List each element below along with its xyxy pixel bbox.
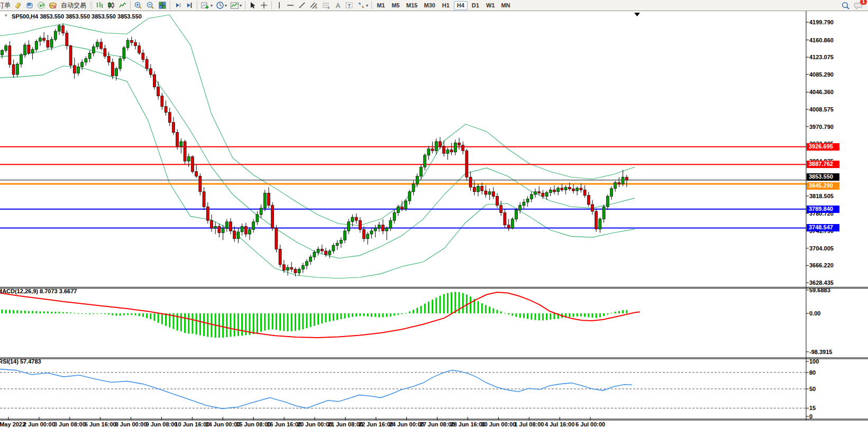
time-axis-label: 22 Jun 16:00 bbox=[359, 421, 394, 427]
price-axis-label: 4199.790 bbox=[809, 19, 834, 25]
price-axis-label: 3818.505 bbox=[809, 193, 834, 199]
price-axis-label: 3666.220 bbox=[809, 262, 834, 268]
price-axis-label: 3970.790 bbox=[809, 124, 834, 130]
macd-axis-label: -98.3915 bbox=[809, 349, 832, 355]
time-axis-label: 6 Jul 00:00 bbox=[575, 421, 605, 427]
time-axis-label: 3 Jun 08:00 bbox=[54, 421, 86, 427]
macd-axis-label: 59.6883 bbox=[809, 287, 830, 293]
price-level-badge[interactable]: 3887.762 bbox=[807, 161, 839, 168]
price-axis-label: 4085.290 bbox=[809, 71, 834, 78]
time-axis-label: 20 Jun 00:00 bbox=[297, 421, 332, 427]
price-level-badge[interactable]: 3926.695 bbox=[807, 143, 839, 151]
price-level-badge[interactable]: 3789.840 bbox=[807, 206, 839, 213]
time-axis-label: 4 Jul 16:00 bbox=[545, 421, 574, 427]
price-axis-label: 4160.860 bbox=[809, 37, 834, 43]
time-axis-label: 21 Jun 08:00 bbox=[328, 421, 363, 427]
price-level-badge[interactable]: 3845.290 bbox=[807, 182, 839, 190]
price-level-badge[interactable]: 3748.547 bbox=[807, 224, 839, 231]
rsi-indicator-label: RSI(14) 57.4783 bbox=[0, 358, 41, 365]
macd-indicator-label: MACD(12,26,9) 8.7073 3.6677 bbox=[0, 288, 77, 294]
macd-axis-label: 0.00 bbox=[809, 310, 820, 317]
time-axis-label: 28 Jun 16:00 bbox=[450, 421, 485, 427]
time-axis-label: 2 Jun 00:00 bbox=[23, 421, 55, 427]
time-axis-label: 9 Jun 08:00 bbox=[146, 421, 178, 427]
price-level-badge[interactable]: 3853.550 bbox=[807, 173, 839, 181]
time-axis-label: 1 Jul 08:00 bbox=[514, 421, 544, 427]
time-axis-label: 14 Jun 00:00 bbox=[205, 421, 240, 427]
time-axis-label: 15 Jun 08:00 bbox=[236, 421, 271, 427]
rsi-axis-label: 15 bbox=[809, 405, 816, 411]
trading-terminal-window: 订单 自动交易 bbox=[0, 0, 868, 428]
rsi-axis-label: 50 bbox=[809, 386, 816, 392]
time-axis-label: 6 Jun 16:00 bbox=[85, 421, 116, 427]
time-axis-label: 30 Jun 00:00 bbox=[481, 421, 516, 427]
price-axis-label: 3628.435 bbox=[809, 280, 834, 286]
time-axis-label: 10 Jun 16:00 bbox=[175, 421, 209, 427]
rsi-axis-label: 0 bbox=[809, 413, 812, 420]
time-axis-label: 8 Jun 00:00 bbox=[115, 421, 147, 427]
price-axis-label: 4046.360 bbox=[809, 89, 834, 95]
rsi-axis-label: 80 bbox=[809, 369, 816, 376]
time-axis-label: 31 May 2022 bbox=[0, 421, 25, 427]
time-axis-label: 24 Jun 00:00 bbox=[389, 421, 424, 427]
price-axis-label: 4123.075 bbox=[809, 54, 834, 60]
price-axis-label: 4008.575 bbox=[809, 106, 834, 113]
window-marker-icon: ▾ bbox=[5, 13, 7, 18]
symbol-ohlc-header: SP500,H4 3853.550 3853.550 3853.550 3853… bbox=[12, 13, 142, 20]
time-axis-label: 27 Jun 08:00 bbox=[420, 421, 455, 427]
rsi-axis-label: 100 bbox=[809, 358, 819, 365]
time-axis-label: 16 Jun 16:00 bbox=[267, 421, 301, 427]
price-axis-label: 3704.005 bbox=[809, 245, 834, 252]
price-chart-canvas[interactable] bbox=[0, 0, 868, 428]
